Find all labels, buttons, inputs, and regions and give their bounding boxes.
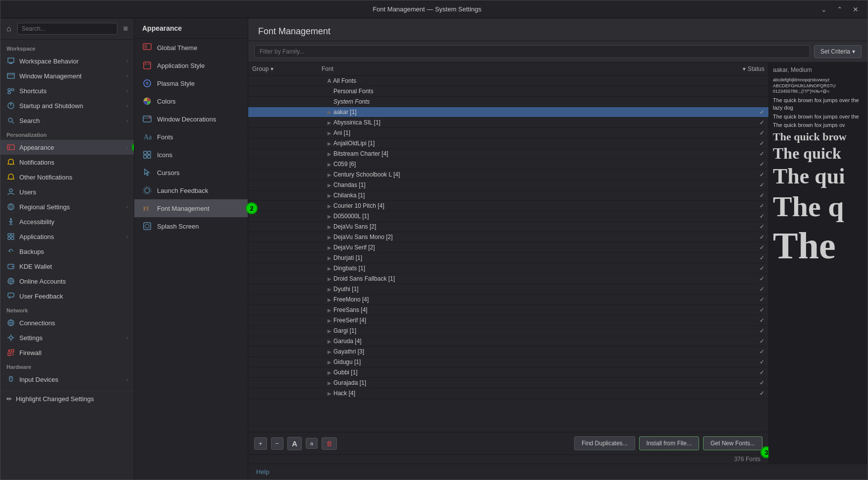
- list-item[interactable]: A All Fonts: [248, 76, 768, 86]
- list-item[interactable]: ▶ Dhurjati [1] ✓: [248, 253, 768, 263]
- list-item[interactable]: ▶ Gargi [1] ✓: [248, 326, 768, 336]
- list-item[interactable]: ▶ DejaVu Sans Mono [2] ✓: [248, 232, 768, 242]
- font-name-cell: ▶ Century Schoolbook L [4]: [318, 171, 729, 178]
- list-item[interactable]: ▶ FreeMono [4] ✓: [248, 295, 768, 305]
- list-item[interactable]: ▶ Bitstream Charter [4] ✓: [248, 149, 768, 159]
- preview-text-samples: The quick brown fox jumps over the lazy …: [773, 97, 864, 460]
- find-duplicates-button[interactable]: Find Duplicates...: [574, 436, 635, 450]
- delete-font-button[interactable]: 🗑: [322, 437, 337, 450]
- list-item[interactable]: ▶ aakar [1] ✓: [248, 107, 768, 118]
- sidebar-item-user-feedback[interactable]: User Feedback: [0, 289, 134, 303]
- list-item[interactable]: ▶ Gidugu [1] ✓: [248, 357, 768, 367]
- appearance-item-icons[interactable]: Icons: [134, 146, 248, 164]
- expand-arrow-icon: ▶: [327, 245, 331, 250]
- font-name-cell: ▶ Gayathri [3]: [318, 348, 729, 355]
- status-cell: ✓: [729, 192, 768, 199]
- list-item[interactable]: ▶ C059 [6] ✓: [248, 159, 768, 170]
- remove-font-button[interactable]: −: [271, 437, 284, 450]
- sidebar-item-accessibility[interactable]: Accessibility: [0, 214, 134, 229]
- set-criteria-arrow-icon: ▾: [852, 48, 855, 55]
- user-feedback-label: User Feedback: [19, 293, 128, 300]
- appearance-item-font-management[interactable]: Ff Font Management 2: [134, 199, 248, 217]
- list-item[interactable]: ▶ FreeSans [4] ✓: [248, 305, 768, 315]
- list-item[interactable]: ▶ DejaVu Sans [2] ✓: [248, 222, 768, 232]
- sidebar-item-users[interactable]: Users: [0, 184, 134, 199]
- list-item[interactable]: ▶ Chilanka [1] ✓: [248, 190, 768, 201]
- list-item[interactable]: Personal Fonts: [248, 86, 768, 97]
- appearance-item-global-theme[interactable]: Global Theme: [134, 39, 248, 57]
- sidebar-item-window-management[interactable]: Window Management ›: [0, 68, 134, 83]
- svg-point-15: [9, 189, 12, 192]
- sidebar-item-input-devices[interactable]: Input Devices ›: [0, 372, 134, 387]
- svg-point-19: [10, 218, 12, 220]
- font-smaller-button[interactable]: a: [306, 438, 318, 449]
- svg-rect-26: [8, 237, 10, 240]
- font-name-cell: ▶ aakar [1]: [318, 109, 729, 116]
- appearance-item-splash-screen[interactable]: Splash Screen: [134, 217, 248, 235]
- list-item[interactable]: ▶ D050000L [1] ✓: [248, 211, 768, 222]
- filter-input[interactable]: [254, 45, 810, 58]
- sidebar-top: ⌂ ≡: [0, 18, 134, 40]
- list-item[interactable]: ▶ Garuda [4] ✓: [248, 336, 768, 347]
- add-font-button[interactable]: +: [254, 437, 267, 450]
- font-larger-button[interactable]: A: [287, 437, 302, 450]
- sidebar-item-search[interactable]: Search ›: [0, 113, 134, 128]
- search-input[interactable]: [17, 23, 117, 35]
- appearance-item-cursors[interactable]: Cursors: [134, 164, 248, 181]
- set-criteria-button[interactable]: Set Criteria ▾: [814, 45, 862, 58]
- list-item[interactable]: ▶ Century Schoolbook L [4] ✓: [248, 170, 768, 180]
- sidebar-item-other-notifications[interactable]: Other Notifications: [0, 170, 134, 184]
- sidebar-item-kde-wallet[interactable]: KDE Wallet: [0, 259, 134, 274]
- status-cell: ✓: [729, 234, 768, 240]
- appearance-item-colors[interactable]: Colors: [134, 92, 248, 110]
- sidebar-item-workspace-behavior[interactable]: Workspace Behavior ›: [0, 54, 134, 68]
- highlight-changed-settings[interactable]: ✏ Highlight Changed Settings: [0, 391, 134, 407]
- get-new-fonts-button[interactable]: Get New Fonts...: [703, 436, 762, 450]
- sidebar-item-online-accounts[interactable]: Online Accounts: [0, 274, 134, 289]
- sidebar: ⌂ ≡ Workspace Workspace Behavior ›: [0, 18, 134, 480]
- sidebar-item-regional[interactable]: Regional Settings ›: [0, 199, 134, 214]
- close-button[interactable]: ✕: [850, 4, 862, 14]
- sidebar-menu-button[interactable]: ≡: [121, 22, 130, 35]
- plasma-style-label: Plasma Style: [157, 80, 195, 87]
- list-item[interactable]: ▶ Hack [4] ✓: [248, 388, 768, 399]
- sidebar-item-applications[interactable]: Applications ›: [0, 229, 134, 244]
- list-item[interactable]: ▶ Gubbi [1] ✓: [248, 367, 768, 378]
- list-item[interactable]: ▶ Gayathri [3] ✓: [248, 347, 768, 357]
- sidebar-item-firewall[interactable]: Firewall: [0, 345, 134, 360]
- appearance-item-application-style[interactable]: Application Style: [134, 57, 248, 74]
- svg-rect-24: [8, 234, 10, 236]
- sidebar-item-backups[interactable]: Backups: [0, 244, 134, 259]
- list-item[interactable]: ▶ Chandas [1] ✓: [248, 180, 768, 190]
- appearance-item-fonts[interactable]: Aa Fonts: [134, 128, 248, 146]
- appearance-item-window-decorations[interactable]: Window Decorations: [134, 110, 248, 128]
- home-button[interactable]: ⌂: [4, 22, 13, 35]
- sidebar-item-shortcuts[interactable]: Shortcuts ›: [0, 83, 134, 98]
- fonts-icon: Aa: [142, 132, 152, 142]
- list-item[interactable]: System Fonts: [248, 97, 768, 107]
- minimize-button[interactable]: ⌄: [818, 4, 830, 14]
- expand-arrow-icon: ▶: [327, 370, 331, 375]
- list-item[interactable]: ▶ Dyuthi [1] ✓: [248, 284, 768, 295]
- install-from-file-button[interactable]: Install from File...: [639, 436, 699, 450]
- list-item[interactable]: ▶ Courier 10 Pitch [4] ✓: [248, 201, 768, 211]
- appearance-item-launch-feedback[interactable]: Launch Feedback: [134, 181, 248, 199]
- sidebar-item-notifications[interactable]: Notifications: [0, 155, 134, 170]
- sidebar-item-appearance[interactable]: Appearance › 1: [0, 140, 134, 155]
- maximize-button[interactable]: ⌃: [834, 4, 846, 14]
- list-item[interactable]: ▶ Droid Sans Fallback [1] ✓: [248, 274, 768, 284]
- list-item[interactable]: ▶ Gurajada [1] ✓: [248, 378, 768, 388]
- list-item[interactable]: ▶ DejaVu Serif [2] ✓: [248, 242, 768, 253]
- input-devices-icon: [6, 375, 15, 384]
- help-link[interactable]: Help: [256, 468, 270, 476]
- list-item[interactable]: ▶ FreeSerif [4] ✓: [248, 315, 768, 326]
- sidebar-item-startup-shutdown[interactable]: Startup and Shutdown ›: [0, 98, 134, 113]
- sidebar-item-connections[interactable]: Connections: [0, 315, 134, 330]
- list-item[interactable]: ▶ Dingbats [1] ✓: [248, 263, 768, 274]
- list-item[interactable]: ▶ AnjaliOldLipi [1] ✓: [248, 138, 768, 149]
- list-item[interactable]: ▶ Abyssinica SIL [1] ✓: [248, 118, 768, 128]
- applications-label: Applications: [19, 233, 122, 240]
- appearance-item-plasma-style[interactable]: Plasma Style: [134, 74, 248, 92]
- list-item[interactable]: ▶ Ani [1] ✓: [248, 128, 768, 138]
- sidebar-item-net-settings[interactable]: Settings ›: [0, 330, 134, 345]
